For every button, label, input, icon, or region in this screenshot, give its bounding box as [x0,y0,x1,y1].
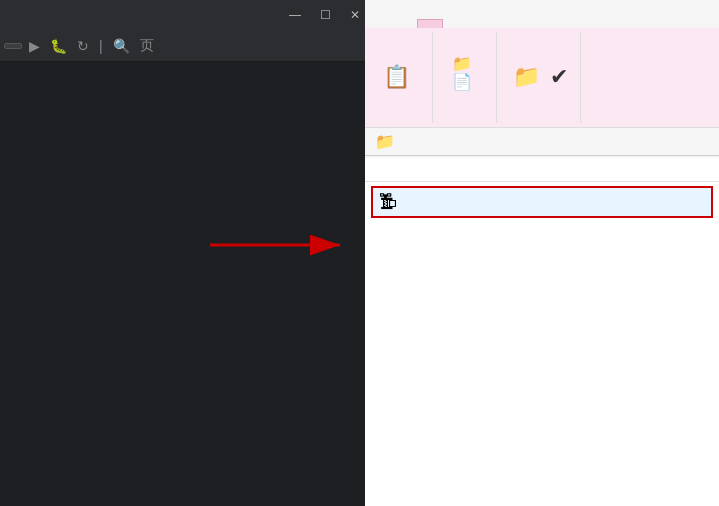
menu-window[interactable] [4,13,16,17]
file-item-zip[interactable]: 🗜 [371,186,713,218]
tab-active-label [561,20,581,28]
ribbon-group-organize: 📁 📄 [437,32,497,123]
ribbon-group-print [585,32,645,123]
move-icon: 📁 [452,56,472,72]
run-icon[interactable]: ▶ [26,36,43,56]
menu-help[interactable] [18,13,30,17]
rename-button[interactable] [452,96,460,98]
copy-button[interactable] [474,81,482,83]
drag-arrow [200,220,360,274]
file-list-area: 🗜 [365,158,719,506]
tab-share[interactable] [365,19,391,28]
clipboard-buttons: 📋 [379,34,424,119]
ribbon-group-new: 📁 ✔ [501,32,581,123]
print-button[interactable] [611,34,619,38]
organize-row3 [452,92,460,94]
ribbon-toolbar: 📋 📁 📄 [365,28,719,128]
reload-icon[interactable]: ↻ [74,36,92,56]
delete-button[interactable] [452,92,460,94]
copy-icon: 📄 [452,74,472,90]
ide-sidebar [0,62,370,506]
organize-row4 [452,96,460,98]
ribbon: 📋 📁 📄 [365,0,719,165]
tab-right-label [699,20,719,28]
ide-titlebar: — ☐ ✕ [0,0,370,30]
search-icon[interactable]: 🔍 [110,36,133,56]
move-button[interactable] [474,63,482,65]
tab-compress[interactable] [417,19,443,28]
maximize-button[interactable]: ☐ [310,0,340,30]
ribbon-tabs [365,0,719,28]
new-folder-button[interactable]: 📁 [509,64,544,90]
find-icon[interactable]: 页 [137,35,157,57]
organize-buttons: 📁 📄 [452,34,482,119]
cut-button[interactable] [416,76,424,78]
properties-button[interactable]: ✔ [546,64,572,90]
tab-view[interactable] [391,19,417,28]
ide-window-controls: — ☐ ✕ [280,0,370,30]
debug-icon[interactable]: 🐛 [47,36,70,56]
new-buttons: 📁 ✔ [509,34,572,119]
ribbon-group-clipboard: 📋 [371,32,433,123]
zip-file-icon: 🗜 [379,192,397,213]
file-list-header [365,158,719,182]
add-configuration-button[interactable] [4,43,22,49]
new-folder-icon: 📁 [513,66,540,88]
separator-icon: | [96,36,106,56]
ide-titlebar-left [0,13,54,17]
paste-icon: 📋 [383,66,410,88]
properties-icon: ✔ [550,66,568,88]
minimize-button[interactable]: — [280,0,310,30]
address-bar: 📁 [365,128,719,156]
folder-icon: 📁 [375,132,395,151]
ide-toolbar: ▶ 🐛 ↻ | 🔍 页 [0,30,370,62]
ide-menu [4,13,30,17]
organize-row1: 📁 [452,56,482,72]
paste-button[interactable]: 📋 [379,64,414,90]
organize-row2: 📄 [452,74,482,90]
